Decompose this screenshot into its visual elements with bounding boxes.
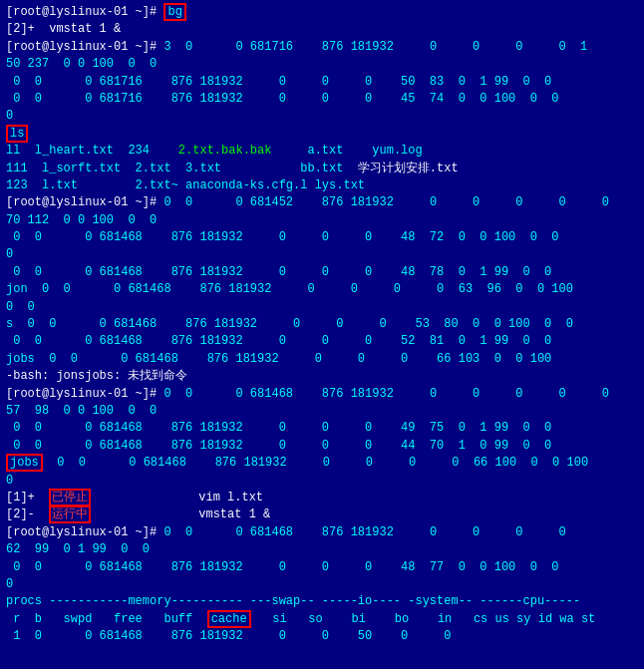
line-27: [root@lyslinux-01 ~]# 0 0 0 681468 876 1… [6, 386, 638, 403]
line-3: [root@lyslinux-01 ~]# 3 0 0 681716 876 1… [6, 39, 638, 56]
line-11: 111 l_sorft.txt 2.txt 3.txt bb.txt 学习计划安… [6, 161, 638, 177]
line-5: 0 0 0 681716 876 181932 0 0 0 50 83 0 1 … [6, 74, 638, 91]
line-9: ls [6, 126, 638, 143]
line-41: r b swpd free buff cache si so bi bo in … [6, 611, 638, 628]
line-36: [root@lyslinux-01 ~]# 0 0 0 681468 876 1… [6, 524, 638, 541]
line-20: 0 0 [6, 299, 638, 316]
line-15: 0 0 0 681468 876 181932 0 0 0 48 72 0 0 … [6, 229, 638, 246]
line-2: [2]+ vmstat 1 & [6, 21, 638, 38]
line-29: 0 0 0 681468 876 181932 0 0 0 49 75 0 1 … [6, 420, 638, 437]
line-21: s 0 0 0 681468 876 181932 0 0 0 53 80 0 … [6, 316, 638, 333]
line-16: 0 [6, 246, 638, 263]
line-1: [root@lyslinux-01 ~]# bg [6, 4, 638, 21]
bg-command: bg [163, 3, 185, 21]
line-42: 1 0 0 681468 876 181932 0 0 50 0 0 [6, 628, 638, 645]
line-14: 70 112 0 0 100 0 0 [6, 212, 638, 229]
line-39: 0 [6, 576, 638, 593]
line-12: 123 l.txt 2.txt~ anaconda-ks.cfg.l lys.t… [6, 177, 638, 194]
line-32: 0 [6, 473, 638, 490]
line-18: 0 0 0 681468 876 181932 0 0 0 48 78 0 1 … [6, 264, 638, 281]
line-35: [2]- 运行中 vmstat 1 & [6, 506, 638, 523]
ls-command: ls [6, 125, 28, 143]
jobs-command-2: jobs [6, 454, 43, 472]
line-40: procs -----------memory---------- ---swa… [6, 593, 638, 610]
line-28: 57 98 0 0 100 0 0 [6, 403, 638, 420]
line-4: 50 237 0 0 100 0 0 [6, 56, 638, 73]
line-26: -bash: jonsjobs: 未找到命令 [6, 368, 638, 385]
line-23: 0 0 0 681468 876 181932 0 0 0 52 81 0 1 … [6, 333, 638, 350]
line-37: 62 99 0 1 99 0 0 [6, 541, 638, 558]
line-13: [root@lyslinux-01 ~]# 0 0 0 681452 876 1… [6, 194, 638, 211]
line-10: ll l_heart.txt 234 2.txt.bak.bak a.txt y… [6, 143, 638, 160]
cache-word: cache [207, 610, 251, 628]
line-19: jon 0 0 0 681468 876 181932 0 0 0 0 63 9… [6, 281, 638, 298]
line-6: 0 0 0 681716 876 181932 0 0 0 45 74 0 0 … [6, 91, 638, 108]
line-7: 0 [6, 108, 638, 125]
line-31: jobs 0 0 0 681468 876 181932 0 0 0 0 66 … [6, 455, 638, 472]
line-30: 0 0 0 681468 876 181932 0 0 0 44 70 1 0 … [6, 438, 638, 455]
stopped-label: 已停止 [49, 489, 91, 506]
running-label: 运行中 [49, 505, 91, 523]
terminal: [root@lyslinux-01 ~]# bg [2]+ vmstat 1 &… [6, 4, 638, 645]
line-38: 0 0 0 681468 876 181932 0 0 0 48 77 0 0 … [6, 559, 638, 576]
line-34: [1]+ 已停止 vim l.txt [6, 490, 638, 506]
line-24: jobs 0 0 0 681468 876 181932 0 0 0 66 10… [6, 351, 638, 368]
